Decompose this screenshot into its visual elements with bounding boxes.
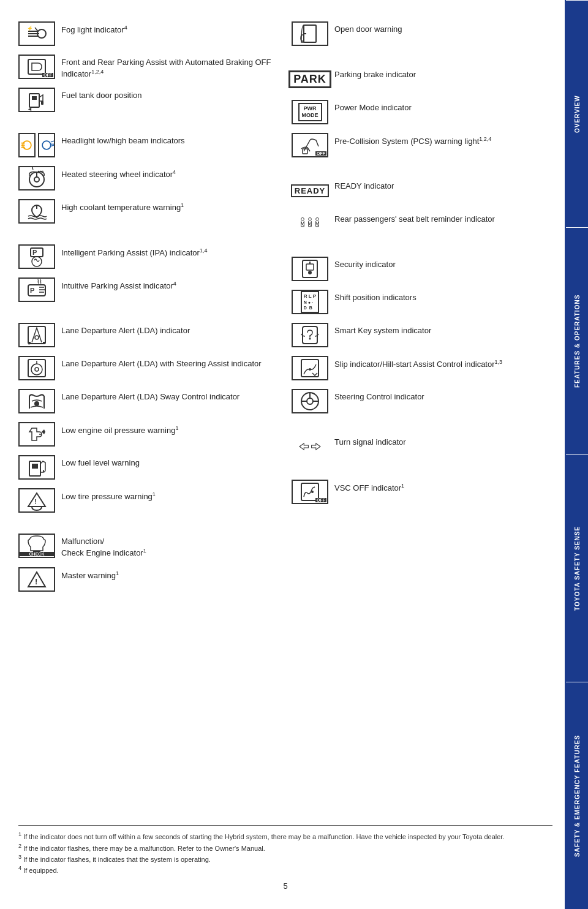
steering-control-icon <box>292 389 328 413</box>
vsc-off-icon: OFF <box>292 480 328 504</box>
security-svg <box>299 258 321 280</box>
svg-point-55 <box>308 271 312 274</box>
list-item: Smart Key system indicator <box>292 320 552 350</box>
parking-assist-off-label: Front and Rear Parking Assist with Autom… <box>61 55 279 79</box>
svg-text:!: ! <box>35 577 37 586</box>
low-oil-label: Low engine oil pressure warning1 <box>61 422 279 436</box>
lda-icon: ! <box>18 323 55 347</box>
spacer <box>292 464 552 474</box>
list-item: OFF VSC OFF indicator1 <box>292 477 552 507</box>
check-badge: CHECK <box>20 552 54 556</box>
smart-key-icon <box>292 323 328 347</box>
svg-marker-67 <box>312 443 320 450</box>
ready-label: READY indicator <box>334 178 552 192</box>
parking-brake-label: Parking brake indicator <box>334 67 552 80</box>
svg-text:!: ! <box>34 498 37 505</box>
park-box: PARK <box>288 70 331 88</box>
svg-point-62 <box>307 398 313 404</box>
svg-point-69 <box>311 491 314 493</box>
shift-box: R L P N ● · D B <box>301 291 319 314</box>
lda-sway-label: Lane Departure Alert (LDA) Sway Control … <box>61 389 279 402</box>
steering-control-svg <box>299 390 321 412</box>
svg-rect-8 <box>32 96 37 100</box>
malfunction-icon: CHECK <box>18 534 55 558</box>
svg-point-35 <box>35 368 39 371</box>
list-item: Lane Departure Alert (LDA) Sway Control … <box>18 386 279 417</box>
headlight-low-svg <box>20 134 34 156</box>
svg-point-60 <box>309 368 311 371</box>
headlight-icon-pair <box>18 133 55 157</box>
shift-position-icon: R L P N ● · D B <box>292 290 328 314</box>
svg-text:!: ! <box>28 341 30 346</box>
page-number: 5 <box>18 881 552 891</box>
parking-assist-off-sup: 1,2,4 <box>91 69 104 75</box>
svg-point-37 <box>34 401 39 406</box>
steering-control-label: Steering Control indicator <box>334 389 552 402</box>
headlight-high-icon <box>38 133 55 157</box>
list-item: ⚡ Fog light indicator4 <box>18 18 279 49</box>
right-column: Open door warning PARK Parking brake ind… <box>292 18 552 813</box>
low-fuel-icon <box>18 455 55 480</box>
headlight-low-icon <box>18 133 36 157</box>
open-door-svg <box>299 23 321 45</box>
svg-marker-66 <box>300 443 308 450</box>
fog-light-label: Fog light indicator4 <box>61 21 279 36</box>
master-warning-sup: 1 <box>116 570 119 576</box>
parking-brake-icon: PARK <box>292 67 328 91</box>
power-mode-label: Power Mode indicator <box>334 100 552 113</box>
turn-signal-icon <box>292 434 328 459</box>
fog-light-sup: 4 <box>124 25 127 31</box>
low-fuel-label: Low fuel level warning <box>61 455 279 469</box>
heated-steering-sup: 4 <box>173 169 176 175</box>
svg-text:⚡: ⚡ <box>27 25 33 31</box>
lda-steering-label: Lane Departure Alert (LDA) with Steering… <box>61 356 279 369</box>
intuitive-parking-sup: 4 <box>173 281 176 287</box>
footnote-2: 2 If the indicator flashes, there may be… <box>18 842 552 853</box>
list-item: 〰 Heated steering wheel indicator4 <box>18 163 279 194</box>
pwr-mode-box: PWRMODE <box>298 103 322 121</box>
list-item: OFF Pre-Collision System (PCS) warning l… <box>292 130 552 160</box>
slip-svg <box>299 357 321 379</box>
open-door-icon <box>292 21 328 46</box>
vsc-off-badge: OFF <box>315 498 326 502</box>
svg-rect-9 <box>41 101 43 105</box>
low-fuel-svg <box>26 456 48 478</box>
pcs-sup: 1,2,4 <box>479 136 491 142</box>
smart-key-svg <box>299 324 321 346</box>
lda-svg: ! <box>26 324 48 346</box>
slip-indicator-icon <box>292 356 328 380</box>
list-item: PWRMODE Power Mode indicator <box>292 97 552 127</box>
intuitive-parking-icon: P ⌇⌇ <box>18 277 55 302</box>
slip-sup: 1,3 <box>495 359 503 365</box>
list-item: Low fuel level warning <box>18 452 279 483</box>
svg-rect-6 <box>28 59 45 74</box>
svg-text:〰: 〰 <box>38 169 44 175</box>
ipa-label: Intelligent Parking Assist (IPA) indicat… <box>61 244 279 258</box>
list-item: Rear passengers' seat belt reminder indi… <box>292 208 552 239</box>
list-item: ◄ Fuel tank door position <box>18 85 279 115</box>
footnote-4: 4 If equipped. <box>18 864 552 875</box>
svg-rect-40 <box>32 464 38 469</box>
low-tire-svg: ! <box>26 489 48 511</box>
headlight-label: Headlight low/high beam indicators <box>61 133 279 146</box>
spacer <box>292 419 552 429</box>
spacer <box>18 518 279 528</box>
coolant-sup: 1 <box>181 202 184 208</box>
fog-light-svg: ⚡ <box>26 23 48 45</box>
page-wrapper: ⚡ Fog light indicator4 OFF Front and R <box>0 0 588 909</box>
heated-steering-label: Heated steering wheel indicator4 <box>61 166 279 180</box>
master-warning-icon: ! <box>18 567 55 592</box>
pcs-off-badge: OFF <box>315 151 326 156</box>
ipa-sup: 1,4 <box>200 247 208 254</box>
list-item: Open door warning <box>292 18 552 49</box>
sidebar-tab-toyota-safety: TOYOTA SAFETY SENSE <box>566 455 588 682</box>
heated-steering-svg: 〰 <box>26 167 48 189</box>
low-oil-icon <box>18 422 55 447</box>
security-label: Security indicator <box>334 257 552 270</box>
svg-point-58 <box>309 338 311 340</box>
sidebar: OVERVIEW FEATURES & OPERATIONS TOYOTA SA… <box>565 0 588 909</box>
off-badge: OFF <box>42 73 53 77</box>
low-oil-sup: 1 <box>175 425 178 431</box>
heated-steering-icon: 〰 <box>18 166 55 190</box>
spacer <box>18 118 279 127</box>
